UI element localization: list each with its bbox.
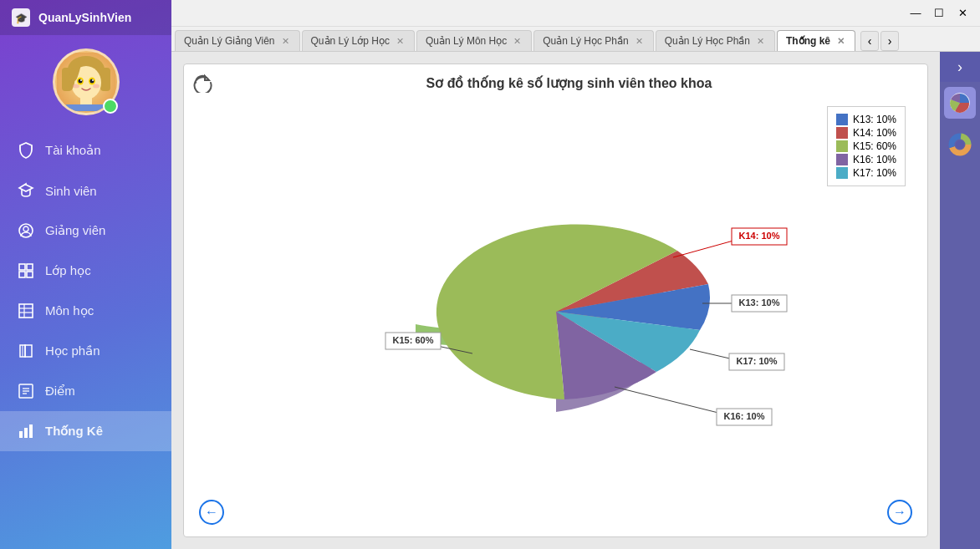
svg-rect-32 <box>19 431 23 438</box>
tab-close-hoc-phan-2[interactable]: ✕ <box>755 36 766 47</box>
tab-thong-ke[interactable]: Thống kê ✕ <box>777 30 855 51</box>
checklist-icon <box>17 382 35 400</box>
tab-quan-ly-lop-hoc[interactable]: Quản Lý Lớp Học ✕ <box>302 30 415 51</box>
svg-rect-23 <box>19 304 33 318</box>
sidebar-item-lop-hoc[interactable]: Lớp học <box>0 251 171 291</box>
svg-text:K14: 10%: K14: 10% <box>738 231 779 241</box>
close-button[interactable]: ✕ <box>952 4 973 23</box>
right-panel-donut-chart-button[interactable] <box>944 129 976 160</box>
app-logo-icon: 🎓 <box>12 8 30 27</box>
svg-point-16 <box>93 84 100 89</box>
tab-quan-ly-mon-hoc[interactable]: Quản Lý Môn Học ✕ <box>416 30 532 51</box>
sidebar-label-sinh-vien: Sinh viên <box>45 184 97 198</box>
right-panel-expand-button[interactable]: › <box>940 52 980 82</box>
svg-rect-21 <box>19 272 25 277</box>
svg-text:K17: 10%: K17: 10% <box>736 356 777 366</box>
main-area: — ☐ ✕ Quản Lý Giảng Viên ✕ Quản Lý Lớp H… <box>171 0 980 549</box>
tab-quan-ly-hoc-phan-2[interactable]: Quản Lý Học Phần ✕ <box>656 30 775 51</box>
svg-point-11 <box>80 79 82 81</box>
chart-body: K14: 10% K13: 10% K17: 10% K16: 10% <box>192 93 919 496</box>
avatar <box>53 48 120 115</box>
legend-color-k16 <box>836 154 848 165</box>
tab-close-lop-hoc[interactable]: ✕ <box>395 36 406 47</box>
tabs-bar: Quản Lý Giảng Viên ✕ Quản Lý Lớp Học ✕ Q… <box>171 27 980 52</box>
svg-point-55 <box>956 140 964 149</box>
table-icon <box>17 302 35 320</box>
legend-label-k13: K13: 10% <box>853 114 896 125</box>
legend-item-k15: K15: 60% <box>836 140 896 152</box>
svg-rect-34 <box>29 424 33 438</box>
legend-item-k13: K13: 10% <box>836 114 896 125</box>
sidebar-item-giang-vien[interactable]: Giảng viên <box>0 211 171 251</box>
tab-close-giang-vien[interactable]: ✕ <box>280 36 291 47</box>
legend-label-k14: K14: 10% <box>853 127 896 139</box>
sidebar-label-mon-hoc: Môn học <box>45 303 94 318</box>
chart-panel: Sơ đồ thống kê số lượng sinh viên theo k… <box>183 64 928 537</box>
svg-rect-20 <box>27 264 33 270</box>
sidebar-label-thong-ke: Thống Kê <box>45 424 103 439</box>
chart-toolbar: Sơ đồ thống kê số lượng sinh viên theo k… <box>192 73 919 93</box>
app-title: QuanLySinhVien <box>38 11 131 24</box>
right-panel-pie-chart-button[interactable] <box>944 87 976 119</box>
sidebar-item-hoc-phan[interactable]: Học phần <box>0 331 171 371</box>
avatar-online-badge <box>103 99 118 114</box>
refresh-button[interactable] <box>192 73 212 93</box>
legend-color-k15 <box>836 140 848 152</box>
legend-item-k14: K14: 10% <box>836 127 896 139</box>
svg-text:K15: 60%: K15: 60% <box>392 335 433 345</box>
svg-rect-22 <box>27 272 33 277</box>
tab-quan-ly-giang-vien[interactable]: Quản Lý Giảng Viên ✕ <box>175 30 300 51</box>
bar-chart-icon <box>17 422 35 440</box>
right-panel: › <box>940 52 980 549</box>
tab-prev-button[interactable]: ‹ <box>860 31 879 51</box>
title-bar: — ☐ ✕ <box>171 0 980 27</box>
sidebar-label-hoc-phan: Học phần <box>45 343 100 358</box>
sidebar-item-sinh-vien[interactable]: Sinh viên <box>0 170 171 211</box>
maximize-button[interactable]: ☐ <box>928 4 950 23</box>
graduation-icon <box>17 181 35 200</box>
legend-color-k13 <box>836 114 848 125</box>
legend-label-k17: K17: 10% <box>853 167 896 179</box>
tab-close-mon-hoc[interactable]: ✕ <box>512 36 523 47</box>
sidebar-item-tai-khoan[interactable]: Tài khoản <box>0 130 171 170</box>
sidebar-label-diem: Điểm <box>45 384 75 399</box>
tab-close-hoc-phan-1[interactable]: ✕ <box>634 36 645 47</box>
legend-item-k17: K17: 10% <box>836 167 896 179</box>
tab-close-thong-ke[interactable]: ✕ <box>835 36 846 47</box>
svg-point-9 <box>78 79 82 84</box>
svg-point-12 <box>92 79 94 81</box>
legend-color-k17 <box>836 167 848 179</box>
shield-icon <box>17 141 35 160</box>
legend-color-k14 <box>836 127 848 139</box>
legend-item-k16: K16: 10% <box>836 154 896 165</box>
pie-chart: K14: 10% K13: 10% K17: 10% K16: 10% <box>322 136 790 454</box>
sidebar-item-thong-ke[interactable]: Thống Kê <box>0 411 171 451</box>
svg-rect-33 <box>24 428 28 438</box>
sidebar-item-diem[interactable]: Điểm <box>0 371 171 411</box>
tab-next-button[interactable]: › <box>880 31 899 51</box>
person-circle-icon <box>17 221 35 240</box>
sidebar: 🎓 QuanLySinhVien <box>0 0 171 549</box>
sidebar-label-giang-vien: Giảng viên <box>45 223 105 238</box>
sidebar-header: 🎓 QuanLySinhVien <box>0 0 171 35</box>
svg-point-15 <box>73 84 79 89</box>
tab-quan-ly-hoc-phan-1[interactable]: Quản Lý Học Phần ✕ <box>533 30 653 51</box>
book-icon <box>17 342 35 360</box>
grid-icon <box>17 262 35 280</box>
legend-label-k15: K15: 60% <box>853 140 896 152</box>
legend-label-k16: K16: 10% <box>853 154 896 165</box>
chart-next-button[interactable]: → <box>887 500 912 525</box>
svg-line-45 <box>615 387 732 416</box>
minimize-button[interactable]: — <box>905 4 926 23</box>
svg-text:K13: 10%: K13: 10% <box>738 297 779 308</box>
svg-text:🎓: 🎓 <box>15 12 28 24</box>
sidebar-item-mon-hoc[interactable]: Môn học <box>0 291 171 331</box>
sidebar-label-tai-khoan: Tài khoản <box>45 143 101 158</box>
chart-title: Sơ đồ thống kê số lượng sinh viên theo k… <box>219 75 919 91</box>
svg-rect-19 <box>19 264 25 270</box>
sidebar-nav: Tài khoản Sinh viên Giảng viên Lớp học M… <box>0 130 171 549</box>
sidebar-label-lop-hoc: Lớp học <box>45 263 91 278</box>
chart-prev-button[interactable]: ← <box>199 500 224 525</box>
svg-text:K16: 10%: K16: 10% <box>723 411 764 421</box>
chart-legend: K13: 10% K14: 10% K15: 60% K16: 10% <box>827 106 906 186</box>
